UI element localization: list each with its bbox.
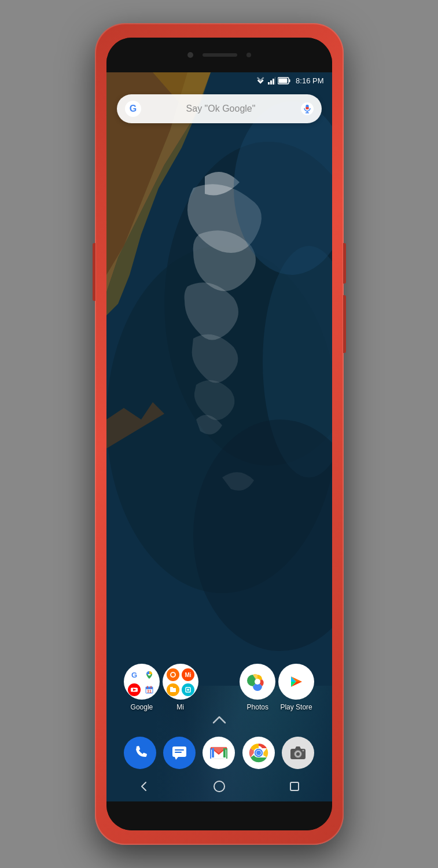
svg-marker-52 bbox=[175, 757, 178, 760]
svg-point-62 bbox=[256, 751, 261, 755]
gmail-app-icon[interactable] bbox=[203, 737, 235, 769]
google-logo: G bbox=[125, 101, 141, 117]
svg-rect-8 bbox=[268, 82, 270, 84]
calendar-app-icon: 31 bbox=[143, 683, 156, 696]
recents-button[interactable] bbox=[289, 781, 300, 792]
main-app-row: G bbox=[106, 664, 332, 711]
recents-square-icon bbox=[289, 781, 300, 792]
navigation-bar bbox=[106, 771, 332, 801]
dock bbox=[106, 737, 332, 769]
volume-button[interactable] bbox=[93, 243, 95, 301]
google-search-bar[interactable]: G Say "Ok Google" bbox=[117, 94, 322, 123]
clock: 8:16 PM bbox=[296, 76, 323, 85]
mi-folder-item[interactable]: Mi bbox=[161, 664, 200, 711]
svg-rect-13 bbox=[289, 79, 290, 82]
phone-inner: 8:16 PM G Say "Ok Google" bbox=[106, 38, 332, 830]
search-placeholder: Say "Ok Google" bbox=[147, 104, 295, 114]
wallpaper-svg bbox=[106, 72, 332, 686]
camera-app-icon[interactable] bbox=[282, 737, 314, 769]
google-app-icon: G bbox=[128, 668, 141, 681]
play-store-label: Play Store bbox=[280, 703, 312, 711]
phone-icon bbox=[131, 744, 149, 762]
svg-text:31: 31 bbox=[147, 689, 152, 693]
mi-brand-icon: Mi bbox=[182, 668, 194, 681]
google-folder-item[interactable]: G bbox=[123, 664, 161, 711]
photos-icon[interactable] bbox=[240, 664, 275, 700]
bottom-bezel bbox=[106, 801, 332, 830]
front-camera bbox=[187, 52, 193, 58]
mi-scanner-icon bbox=[182, 683, 194, 696]
wifi-icon bbox=[256, 77, 266, 84]
photos-item[interactable]: Photos bbox=[238, 664, 277, 711]
power-button[interactable] bbox=[343, 243, 346, 284]
signal-strength-icon bbox=[268, 77, 275, 84]
phone-body: 8:16 PM G Say "Ok Google" bbox=[95, 23, 344, 845]
svg-rect-14 bbox=[279, 78, 288, 83]
svg-text:G: G bbox=[131, 671, 137, 679]
mi-themes-icon bbox=[167, 668, 179, 681]
battery-icon bbox=[278, 77, 290, 84]
status-bar: 8:16 PM bbox=[106, 72, 332, 89]
top-bezel bbox=[106, 38, 332, 72]
chrome-icon bbox=[248, 742, 269, 763]
svg-point-67 bbox=[214, 781, 224, 792]
camera-icon bbox=[289, 744, 307, 762]
microphone-icon[interactable] bbox=[301, 102, 314, 115]
phone-app-icon[interactable] bbox=[124, 737, 156, 769]
chrome-app-icon[interactable] bbox=[242, 737, 275, 769]
youtube-app-icon bbox=[128, 683, 141, 696]
mi-folder-label: Mi bbox=[176, 703, 184, 711]
svg-rect-10 bbox=[273, 79, 274, 84]
status-icons: 8:16 PM bbox=[256, 76, 323, 85]
svg-rect-42 bbox=[170, 688, 176, 692]
screen: 8:16 PM G Say "Ok Google" bbox=[106, 72, 332, 801]
volume-down-button[interactable] bbox=[343, 295, 346, 353]
photos-label: Photos bbox=[247, 703, 268, 711]
svg-point-66 bbox=[303, 750, 304, 752]
svg-rect-56 bbox=[212, 748, 214, 757]
sensor bbox=[246, 53, 251, 57]
play-store-svg bbox=[284, 669, 309, 694]
messages-app-icon[interactable] bbox=[163, 737, 196, 769]
svg-rect-11 bbox=[275, 77, 275, 84]
chevron-up-icon bbox=[212, 716, 226, 724]
svg-rect-57 bbox=[223, 748, 226, 757]
photos-svg bbox=[245, 669, 270, 694]
svg-rect-43 bbox=[170, 687, 173, 689]
svg-rect-20 bbox=[306, 107, 308, 109]
google-folder-label: Google bbox=[131, 703, 153, 711]
svg-rect-68 bbox=[290, 782, 299, 790]
apps-area: G bbox=[106, 664, 332, 732]
home-circle-icon bbox=[213, 780, 226, 793]
mi-filemanager-icon bbox=[167, 683, 179, 696]
back-button[interactable] bbox=[138, 780, 150, 793]
svg-point-38 bbox=[171, 673, 175, 676]
svg-point-49 bbox=[255, 679, 260, 685]
svg-text:Mi: Mi bbox=[185, 672, 191, 678]
play-store-icon[interactable] bbox=[278, 664, 314, 700]
earpiece bbox=[203, 53, 237, 57]
app-drawer-arrow[interactable] bbox=[106, 716, 332, 724]
gmail-icon bbox=[208, 742, 229, 763]
home-button[interactable] bbox=[213, 780, 226, 793]
mi-folder-icon[interactable]: Mi bbox=[163, 664, 198, 700]
maps-app-icon bbox=[143, 668, 156, 681]
messages-icon bbox=[170, 744, 189, 762]
svg-rect-19 bbox=[306, 105, 308, 107]
svg-rect-9 bbox=[270, 80, 272, 84]
back-arrow-icon bbox=[138, 780, 150, 793]
play-store-item[interactable]: Play Store bbox=[277, 664, 316, 711]
google-folder-icon[interactable]: G bbox=[124, 664, 160, 700]
